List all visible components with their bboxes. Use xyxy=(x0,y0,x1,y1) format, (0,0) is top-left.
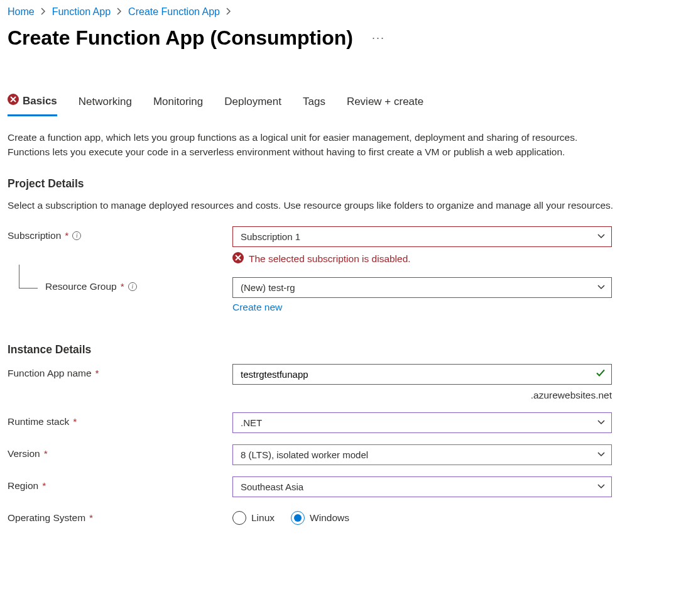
dropdown-value: Subscription 1 xyxy=(241,231,300,242)
section-heading-project: Project Details xyxy=(8,177,678,190)
dropdown-value: .NET xyxy=(241,417,262,428)
radio-label: Windows xyxy=(310,512,349,524)
chevron-down-icon xyxy=(597,419,605,426)
runtime-stack-dropdown[interactable]: .NET xyxy=(232,412,612,433)
function-app-name-input[interactable] xyxy=(232,364,612,385)
chevron-right-icon xyxy=(226,7,231,17)
resource-group-label: Resource Group * i xyxy=(8,277,232,292)
runtime-label: Runtime stack * xyxy=(8,412,232,427)
resource-group-dropdown[interactable]: (New) test-rg xyxy=(232,277,612,298)
checkmark-icon xyxy=(596,368,606,380)
section-desc-project: Select a subscription to manage deployed… xyxy=(8,198,617,212)
breadcrumb-create-function-app[interactable]: Create Function App xyxy=(128,6,220,18)
os-radio-group: Linux Windows xyxy=(232,509,612,525)
section-heading-instance: Instance Details xyxy=(8,343,678,356)
app-name-label: Function App name * xyxy=(8,364,232,379)
version-label: Version * xyxy=(8,444,232,459)
chevron-right-icon xyxy=(117,7,122,17)
region-dropdown[interactable]: Southeast Asia xyxy=(232,476,612,497)
more-actions-button[interactable]: ··· xyxy=(372,31,385,45)
version-dropdown[interactable]: 8 (LTS), isolated worker model xyxy=(232,444,612,465)
tab-review-create[interactable]: Review + create xyxy=(347,94,423,116)
tab-strip: Basics Networking Monitoring Deployment … xyxy=(8,94,678,116)
tree-connector-icon xyxy=(19,265,38,289)
subscription-dropdown[interactable]: Subscription 1 xyxy=(232,226,612,247)
page-description: Create a function app, which lets you gr… xyxy=(8,130,617,160)
os-label: Operating System * xyxy=(8,509,232,524)
dropdown-value: Southeast Asia xyxy=(241,481,303,492)
tab-basics[interactable]: Basics xyxy=(8,94,57,116)
domain-suffix: .azurewebsites.net xyxy=(232,390,612,401)
dropdown-value: 8 (LTS), isolated worker model xyxy=(241,449,368,460)
region-label: Region * xyxy=(8,476,232,492)
error-icon xyxy=(8,94,19,108)
info-icon[interactable]: i xyxy=(128,282,137,291)
tab-networking[interactable]: Networking xyxy=(79,94,132,116)
breadcrumb-function-app[interactable]: Function App xyxy=(52,6,111,18)
subscription-error: The selected subscription is disabled. xyxy=(232,252,612,266)
breadcrumb: Home Function App Create Function App xyxy=(8,6,678,18)
error-icon xyxy=(232,252,244,266)
tab-monitoring[interactable]: Monitoring xyxy=(153,94,203,116)
chevron-down-icon xyxy=(597,233,605,240)
subscription-label: Subscription * i xyxy=(8,226,232,241)
dropdown-value: (New) test-rg xyxy=(241,282,295,293)
info-icon[interactable]: i xyxy=(72,231,81,240)
chevron-down-icon xyxy=(597,483,605,490)
breadcrumb-home[interactable]: Home xyxy=(8,6,35,18)
tab-deployment[interactable]: Deployment xyxy=(224,94,281,116)
page-title: Create Function App (Consumption) xyxy=(8,26,353,50)
tab-tags[interactable]: Tags xyxy=(303,94,325,116)
os-radio-windows[interactable]: Windows xyxy=(291,511,349,525)
tab-label: Basics xyxy=(23,95,57,107)
radio-label: Linux xyxy=(251,512,275,524)
chevron-down-icon xyxy=(597,451,605,458)
chevron-down-icon xyxy=(597,283,605,291)
chevron-right-icon xyxy=(41,7,46,17)
create-new-resource-group-link[interactable]: Create new xyxy=(232,302,282,312)
os-radio-linux[interactable]: Linux xyxy=(232,511,275,525)
